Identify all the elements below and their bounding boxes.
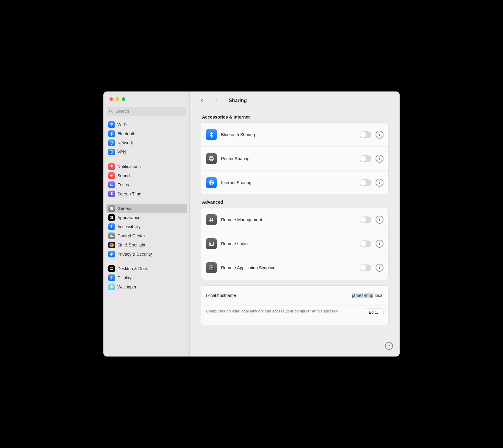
row-hostname-note: Computers on your local network can acce… [201,305,388,325]
sidebar-item-siri-spotlight[interactable]: Siri & Spotlight [106,240,187,250]
section-title-accessories: Accessories & Internet [202,115,387,119]
svg-point-12 [111,235,112,236]
terminal-icon [206,238,217,249]
sidebar-item-label: Desktop & Dock [117,266,148,271]
sidebar-item-label: Siri & Spotlight [117,243,145,247]
minimize-window-button[interactable] [116,97,119,101]
svg-point-17 [111,277,113,279]
printer-icon [206,153,217,164]
settings-window: Wi-Fi Bluetooth Network VPN [103,91,400,357]
svg-line-22 [110,277,111,277]
hostname-title: Local hostname [206,293,236,298]
sidebar-item-screen-time[interactable]: Screen Time [106,189,187,198]
zoom-window-button[interactable] [122,97,125,101]
content-area: Accessories & Internet Bluetooth Sharing… [190,110,400,357]
svg-rect-41 [209,242,213,246]
row-label: Remote Application Scripting [221,265,276,270]
toggle-internet-sharing[interactable] [360,179,371,186]
row-label: Remote Login [221,241,248,246]
row-label: Bluetooth Sharing [221,132,255,137]
hostname-value: james-mbp.local [352,293,383,298]
sidebar-item-label: VPN [117,150,126,154]
sidebar-item-accessibility[interactable]: Accessibility [106,222,187,231]
row-bluetooth-sharing: Bluetooth Sharing i [201,123,388,146]
info-button[interactable]: i [376,179,383,187]
search-field[interactable] [106,107,186,116]
info-button[interactable]: i [376,131,383,139]
edit-hostname-button[interactable]: Edit… [365,308,383,316]
svg-line-1 [112,112,113,113]
accessibility-icon [108,223,115,230]
row-remote-management: Remote Management i [201,208,388,232]
toggle-remote-login[interactable] [360,240,371,247]
sidebar-item-notifications[interactable]: Notifications [106,162,187,171]
speaker-icon [108,172,115,179]
back-button[interactable] [198,96,206,105]
sidebar-item-label: Screen Time [117,191,141,196]
svg-point-37 [209,219,211,222]
toggle-remote-management[interactable] [360,216,371,223]
sun-icon [108,274,115,281]
help-button[interactable]: ? [385,342,393,350]
hourglass-icon [108,191,115,197]
info-button[interactable]: i [376,216,383,224]
svg-point-10 [111,225,112,226]
close-window-button[interactable] [109,97,113,101]
sidebar-item-desktop-dock[interactable]: Desktop & Dock [106,264,187,273]
row-printer-sharing: Printer Sharing i [201,146,388,171]
toggle-bluetooth-sharing[interactable] [360,131,371,138]
svg-point-27 [111,285,112,286]
sidebar-item-focus[interactable]: Focus [106,180,187,189]
toggle-remote-application-scripting[interactable] [360,264,371,271]
bluetooth-icon [206,129,217,140]
globe-icon [108,140,115,146]
sidebar-item-sound[interactable]: Sound [106,171,187,180]
sidebar-item-vpn[interactable]: VPN [106,147,187,157]
sidebar-item-label: Control Center [117,233,145,238]
sidebar-item-label: Wi-Fi [117,122,127,127]
accessories-card: Bluetooth Sharing i Printer Sharing i [201,122,389,195]
sidebar-item-bluetooth[interactable]: Bluetooth [106,129,187,138]
sidebar-item-wallpaper[interactable]: Wallpaper [106,282,187,291]
svg-point-2 [111,126,112,126]
hand-icon [108,251,115,257]
info-button[interactable]: i [376,155,383,163]
sidebar-item-general[interactable]: General [106,204,187,213]
toggle-printer-sharing[interactable] [360,155,371,162]
page-title: Sharing [229,98,247,103]
info-button[interactable]: i [376,240,383,248]
svg-point-26 [111,287,112,288]
svg-rect-33 [210,159,213,161]
advanced-card: Remote Management i Remote Login i [201,208,389,280]
sidebar-item-label: Privacy & Security [117,252,152,257]
gear-icon [108,205,115,212]
row-local-hostname: Local hostname james-mbp.local [201,286,388,305]
sidebar: Wi-Fi Bluetooth Network VPN [103,91,190,357]
sidebar-item-label: Notifications [117,164,140,169]
sidebar-item-wifi[interactable]: Wi-Fi [106,120,187,129]
sidebar-item-label: Bluetooth [117,131,135,136]
sidebar-item-privacy-security[interactable]: Privacy & Security [106,250,187,259]
forward-button[interactable] [212,96,221,105]
row-remote-login: Remote Login i [201,232,388,256]
appearance-icon [108,214,115,221]
svg-rect-39 [210,218,211,219]
svg-line-24 [113,277,113,277]
search-input[interactable] [115,109,184,114]
dock-icon [108,265,115,272]
hostname-note: Computers on your local network can acce… [206,308,361,314]
sidebar-item-appearance[interactable]: Appearance [106,213,187,222]
sidebar-item-network[interactable]: Network [106,138,187,147]
svg-rect-40 [212,218,213,219]
info-button[interactable]: i [376,264,383,272]
moon-icon [108,181,115,188]
sidebar-item-control-center[interactable]: Control Center [106,231,187,240]
row-label: Internet Sharing [221,180,252,185]
sliders-icon [108,233,115,239]
svg-point-30 [112,287,113,288]
siri-icon [108,242,115,248]
row-label: Printer Sharing [221,156,249,161]
svg-point-28 [111,288,112,288]
sidebar-item-label: Wallpaper [117,284,137,289]
sidebar-item-displays[interactable]: Displays [106,273,187,282]
